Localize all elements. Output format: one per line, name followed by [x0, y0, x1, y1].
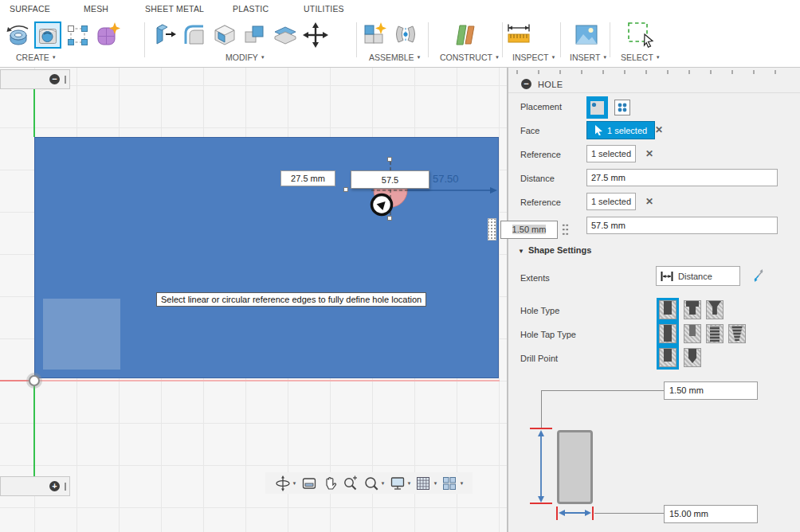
distance2-input[interactable]	[586, 217, 778, 234]
display-settings-button[interactable]: ▼	[389, 475, 412, 492]
manipulator-grip[interactable]	[488, 218, 496, 241]
collapse-icon[interactable]: −	[521, 79, 531, 89]
drag-handle[interactable]	[387, 157, 392, 162]
create-group	[4, 21, 122, 49]
hole-cross-section	[557, 430, 593, 504]
expand-icon[interactable]: +	[49, 481, 60, 491]
model-canvas[interactable]: 57.50 27.5 mm Select linear or circular …	[0, 68, 508, 532]
form-icon[interactable]	[93, 21, 122, 49]
tab-mesh[interactable]: MESH	[84, 4, 108, 14]
distance-label: Distance	[520, 174, 555, 183]
face-inner-region	[43, 299, 120, 370]
create-group-label[interactable]: CREATE▼	[16, 53, 57, 62]
hint-tooltip: Select linear or circular reference edge…	[156, 292, 426, 307]
extents-dropdown[interactable]: Distance	[656, 266, 740, 286]
orbit-button[interactable]: ▼	[274, 475, 297, 492]
reference-selection-button[interactable]: 1 selected	[586, 193, 636, 210]
shape-settings-section[interactable]: ▼Shape Settings	[518, 245, 591, 255]
clearance-tap-icon[interactable]	[684, 324, 701, 343]
width-value-box[interactable]: 15.00 mm	[664, 505, 758, 523]
offset-dimension-box[interactable]: 27.5 mm	[280, 170, 335, 186]
depth-dimension-arrow	[535, 430, 547, 503]
clear-reference-selection-icon[interactable]: ✕	[645, 148, 653, 159]
shell-icon[interactable]	[210, 21, 239, 49]
y-axis-line	[33, 89, 35, 137]
insert-canvas-icon[interactable]	[572, 21, 601, 49]
drag-bar[interactable]	[65, 76, 66, 84]
selected-text: 1.50 mm	[512, 225, 547, 234]
inspect-group-label[interactable]: INSPECT▼	[512, 53, 555, 62]
distance-input[interactable]	[586, 169, 778, 186]
tab-plastic[interactable]: PLASTIC	[233, 4, 269, 14]
select-group-label[interactable]: SELECT▼	[621, 53, 661, 62]
pan-button[interactable]	[321, 475, 339, 492]
construct-group-label[interactable]: CONSTRUCT▼	[440, 53, 500, 62]
grid-snaps-button[interactable]: ▼	[414, 475, 437, 492]
dialog-header[interactable]: − HOLE	[508, 76, 800, 93]
simple-tap-icon[interactable]	[657, 322, 679, 346]
assemble-group-label[interactable]: ASSEMBLE▼	[369, 53, 422, 62]
counterbore-icon[interactable]	[684, 300, 701, 319]
timeline-collapsed-handle[interactable]: +	[0, 476, 70, 496]
angle-drill-point-icon[interactable]	[684, 348, 701, 367]
dimension-tick	[530, 428, 552, 429]
group-separator	[144, 22, 145, 57]
manipulator-dots-handle[interactable]	[562, 223, 569, 236]
tab-utilities[interactable]: UTILITIES	[304, 4, 344, 14]
origin-point[interactable]	[25, 371, 44, 390]
flip-direction-icon[interactable]	[752, 268, 765, 283]
split-body-icon[interactable]	[271, 21, 300, 49]
tapped-icon[interactable]	[706, 324, 724, 343]
rectangular-pattern-icon[interactable]	[63, 21, 92, 49]
fillet-icon[interactable]	[180, 21, 209, 49]
drag-bar[interactable]	[65, 483, 66, 491]
revolve-icon[interactable]	[4, 21, 33, 49]
depth-value-box[interactable]: 1.50 mm	[664, 381, 758, 400]
clear-face-selection-icon[interactable]: ✕	[655, 124, 663, 135]
flip-direction-manipulator[interactable]	[370, 193, 394, 217]
look-at-button[interactable]	[300, 475, 318, 492]
tab-sheet-metal[interactable]: SHEET METAL	[145, 4, 204, 14]
multiple-holes-placement-icon[interactable]	[614, 100, 630, 115]
ribbon-toolbar: SURFACE MESH SHEET METAL PLASTIC UTILITI…	[0, 0, 800, 68]
simple-hole-icon[interactable]	[657, 298, 679, 322]
modify-group-label[interactable]: MODIFY▼	[225, 53, 265, 62]
move-icon[interactable]	[301, 21, 330, 49]
select-icon[interactable]	[626, 21, 655, 49]
group-separator	[610, 22, 610, 57]
modify-group	[150, 21, 330, 49]
insert-group-label[interactable]: INSERT▼	[570, 53, 607, 62]
face-selection-button[interactable]: 1 selected	[586, 121, 655, 139]
dialog-drag-grip[interactable]	[516, 70, 792, 74]
construct-plane-icon[interactable]	[451, 21, 480, 49]
combine-icon[interactable]	[241, 21, 269, 49]
clear-reference-selection-icon[interactable]: ✕	[645, 196, 653, 207]
press-pull-icon[interactable]	[150, 21, 178, 49]
fit-button[interactable]: ▼	[363, 475, 386, 492]
countersink-icon[interactable]	[706, 300, 724, 319]
view-navigation-toolbar: ▼ ▼	[265, 472, 473, 494]
active-dimension-input[interactable]	[351, 170, 429, 189]
taper-tapped-icon[interactable]	[728, 324, 746, 343]
hole-icon[interactable]	[34, 22, 61, 49]
browser-collapsed-handle[interactable]: −	[0, 69, 70, 89]
collapse-icon[interactable]: −	[49, 74, 60, 84]
face-label: Face	[520, 126, 539, 135]
hole-dialog: − HOLE Placement Face 1 selected ✕ Refer…	[508, 68, 800, 532]
new-component-icon[interactable]	[360, 21, 389, 49]
drill-point-label: Drill Point	[520, 354, 558, 363]
diameter-input[interactable]: 1.50 mm	[500, 221, 558, 239]
insert-group	[572, 21, 601, 49]
joint-icon[interactable]	[390, 21, 419, 49]
single-hole-placement-icon[interactable]	[586, 96, 608, 119]
zoom-button[interactable]	[342, 475, 359, 492]
flat-drill-point-icon[interactable]	[657, 346, 679, 370]
group-separator	[428, 22, 429, 57]
reference-selection-button[interactable]: 1 selected	[586, 145, 636, 162]
distance-extent-icon	[661, 272, 673, 281]
drag-handle[interactable]	[343, 187, 348, 192]
tab-surface[interactable]: SURFACE	[10, 4, 50, 14]
measure-icon[interactable]	[504, 21, 533, 49]
placement-label: Placement	[520, 102, 562, 111]
viewports-button[interactable]: ▼	[441, 475, 464, 492]
